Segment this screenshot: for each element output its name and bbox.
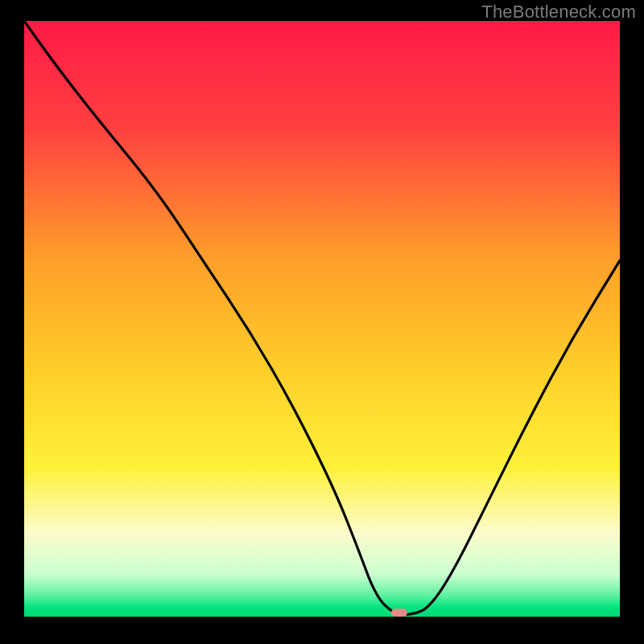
plot-area — [24, 21, 620, 620]
bottleneck-curve — [24, 21, 620, 620]
watermark-text: TheBottleneck.com — [481, 2, 636, 23]
optimum-marker — [391, 609, 407, 617]
chart-stage: TheBottleneck.com — [0, 0, 644, 644]
